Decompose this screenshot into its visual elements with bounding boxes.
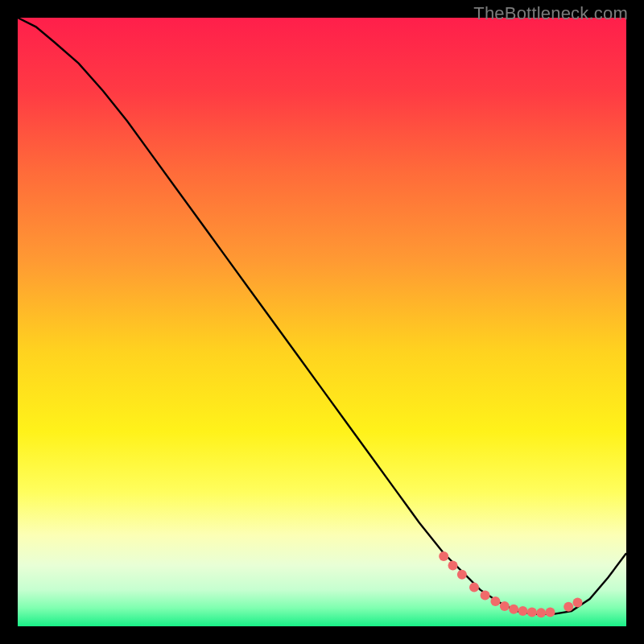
trough-point	[490, 597, 500, 606]
trough-point	[564, 602, 573, 612]
trough-point	[439, 551, 448, 561]
gradient-background	[18, 18, 626, 626]
trough-point	[457, 570, 467, 580]
trough-point	[481, 590, 490, 600]
trough-point	[518, 606, 527, 616]
trough-point	[527, 608, 537, 617]
trough-point	[500, 601, 510, 611]
trough-point	[448, 560, 458, 570]
trough-point	[536, 608, 546, 617]
bottleneck-chart	[18, 18, 626, 626]
trough-point	[509, 605, 518, 614]
watermark-text: TheBottleneck.com	[473, 3, 628, 24]
chart-stage: TheBottleneck.com	[0, 0, 644, 644]
trough-point	[469, 583, 479, 592]
trough-point	[573, 598, 583, 608]
trough-point	[546, 608, 555, 617]
